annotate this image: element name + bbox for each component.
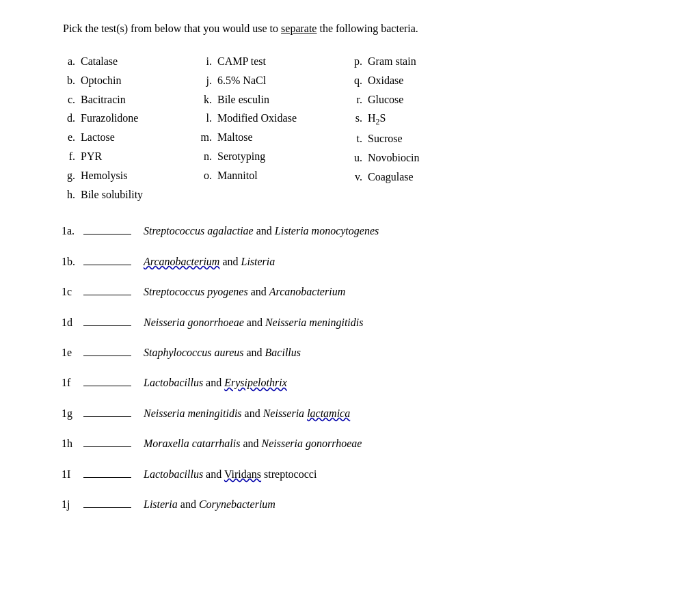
item-letter: e. xyxy=(62,129,75,146)
list-item: n.Serotyping xyxy=(198,148,349,165)
answer-question: Lactobacillus and Erysipelothrix xyxy=(144,375,287,390)
answer-question: Moraxella catarrhalis and Neisseria gono… xyxy=(144,436,362,451)
answer-row-1j: 1j Listeria and Corynebacterium xyxy=(62,497,666,512)
test-grid: a.Catalase b.Optochin c.Bacitracin d.Fur… xyxy=(62,53,666,203)
item-letter: l. xyxy=(198,110,212,127)
question-number xyxy=(34,21,55,37)
item-label: Bile esculin xyxy=(217,92,269,109)
item-letter: p. xyxy=(349,53,362,70)
list-item: h.Bile solubility xyxy=(62,187,198,204)
item-letter: d. xyxy=(62,110,75,127)
answer-row-1c: 1c Streptococcus pyogenes and Arcanobact… xyxy=(62,284,666,299)
answer-row-1e: 1e Staphylococcus aureus and Bacillus xyxy=(62,345,666,360)
answer-line xyxy=(83,386,131,386)
item-label: Coagulase xyxy=(368,169,414,186)
answer-line xyxy=(83,507,131,508)
item-label: Gram stain xyxy=(368,53,416,70)
item-letter: k. xyxy=(198,92,212,109)
item-letter: m. xyxy=(198,129,212,146)
list-item: e.Lactose xyxy=(62,129,198,146)
test-col-3: p.Gram stain q.Oxidase r.Glucose s.H2S t… xyxy=(349,53,499,203)
answer-question: Streptococcus agalactiae and Listeria mo… xyxy=(144,224,379,239)
item-label: Lactose xyxy=(81,129,115,146)
list-item: i.CAMP test xyxy=(198,53,349,70)
answer-line xyxy=(83,446,131,447)
answer-question: Streptococcus pyogenes and Arcanobacteri… xyxy=(144,284,345,299)
item-letter: q. xyxy=(349,72,362,90)
item-label: Hemolysis xyxy=(81,167,127,185)
question-header: Pick the test(s) from below that you wou… xyxy=(34,21,666,37)
test-col-1: a.Catalase b.Optochin c.Bacitracin d.Fur… xyxy=(62,53,198,203)
answer-line xyxy=(83,356,131,356)
list-item: s.H2S xyxy=(349,110,499,129)
item-letter: f. xyxy=(62,148,75,165)
list-item: f.PYR xyxy=(62,148,198,165)
item-label: 6.5% NaCl xyxy=(217,72,266,90)
list-item: v.Coagulase xyxy=(349,169,499,186)
item-letter: u. xyxy=(349,150,362,167)
answer-question: Arcanobacterium and Listeria xyxy=(144,254,275,269)
item-letter: h. xyxy=(62,187,75,204)
item-letter: t. xyxy=(349,131,362,148)
list-item: d.Furazolidone xyxy=(62,110,198,127)
answer-section: 1a. Streptococcus agalactiae and Listeri… xyxy=(62,224,666,512)
answer-row-1a: 1a. Streptococcus agalactiae and Listeri… xyxy=(62,224,666,239)
answer-label: 1c xyxy=(62,286,82,298)
item-label: Novobiocin xyxy=(368,150,420,167)
answer-question: Staphylococcus aureus and Bacillus xyxy=(144,345,301,360)
answer-line xyxy=(83,325,131,326)
list-item: t.Sucrose xyxy=(349,131,499,148)
list-item: l.Modified Oxidase xyxy=(198,110,349,127)
answer-line xyxy=(83,416,131,417)
item-letter: r. xyxy=(349,92,362,109)
answer-question: Lactobacillus and Viridans streptococci xyxy=(144,467,317,482)
item-label: Furazolidone xyxy=(81,110,138,127)
item-letter: v. xyxy=(349,169,362,186)
list-item: c.Bacitracin xyxy=(62,92,198,109)
answer-label: 1a. xyxy=(62,225,82,237)
answer-row-1h: 1h Moraxella catarrhalis and Neisseria g… xyxy=(62,436,666,451)
answer-line xyxy=(83,234,131,234)
answer-question: Listeria and Corynebacterium xyxy=(144,497,275,512)
answer-line xyxy=(83,265,131,265)
answer-line xyxy=(83,477,131,478)
list-item: u.Novobiocin xyxy=(349,150,499,167)
item-letter: a. xyxy=(62,53,75,70)
answer-label: 1b. xyxy=(62,256,82,268)
item-letter: c. xyxy=(62,92,75,109)
list-item: b.Optochin xyxy=(62,72,198,90)
answer-row-1f: 1f Lactobacillus and Erysipelothrix xyxy=(62,375,666,390)
answer-line xyxy=(83,295,131,295)
item-label: Bacitracin xyxy=(81,92,126,109)
list-item: j.6.5% NaCl xyxy=(198,72,349,90)
item-label: Catalase xyxy=(81,53,118,70)
item-letter: s. xyxy=(349,110,362,129)
list-item: g.Hemolysis xyxy=(62,167,198,185)
list-item: q.Oxidase xyxy=(349,72,499,90)
item-letter: g. xyxy=(62,167,75,185)
item-label: Serotyping xyxy=(217,148,265,165)
item-letter: j. xyxy=(198,72,212,90)
answer-question: Neisseria meningitidis and Neisseria lac… xyxy=(144,406,350,421)
answer-label: 1h xyxy=(62,438,82,450)
answer-question: Neisseria gonorrhoeae and Neisseria meni… xyxy=(144,315,363,330)
answer-row-1d: 1d Neisseria gonorrhoeae and Neisseria m… xyxy=(62,315,666,330)
list-item: a.Catalase xyxy=(62,53,198,70)
item-letter: b. xyxy=(62,72,75,90)
answer-label: 1d xyxy=(62,317,82,329)
answer-label: 1f xyxy=(62,377,82,389)
item-letter: i. xyxy=(198,53,212,70)
list-item: o.Mannitol xyxy=(198,167,349,185)
item-label: Oxidase xyxy=(368,72,403,90)
item-label: CAMP test xyxy=(217,53,266,70)
list-item: p.Gram stain xyxy=(349,53,499,70)
list-item: m.Maltose xyxy=(198,129,349,146)
item-letter: o. xyxy=(198,167,212,185)
answer-row-1I: 1I Lactobacillus and Viridans streptococ… xyxy=(62,467,666,482)
item-label: Bile solubility xyxy=(81,187,143,204)
item-label: Glucose xyxy=(368,92,403,109)
item-label: H2S xyxy=(368,110,386,129)
answer-label: 1I xyxy=(62,468,82,481)
item-label: Sucrose xyxy=(368,131,403,148)
item-letter: n. xyxy=(198,148,212,165)
